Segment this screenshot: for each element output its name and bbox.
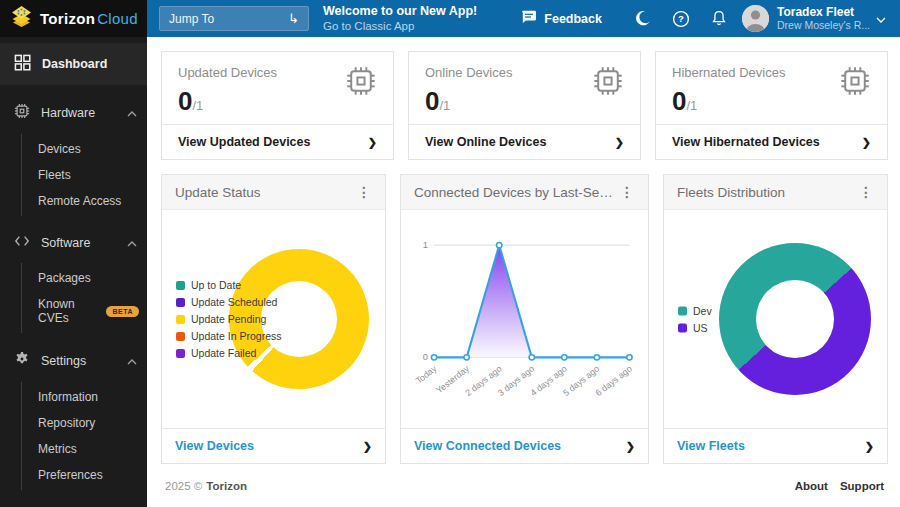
legend-item[interactable]: Dev bbox=[678, 305, 712, 317]
stat-value: 0 bbox=[178, 86, 192, 116]
torizon-cloud-app: TorizonCloud Jump To ↳ Welcome to our Ne… bbox=[0, 0, 900, 507]
feedback-icon bbox=[521, 10, 537, 27]
svg-text:6 days ago: 6 days ago bbox=[594, 363, 634, 398]
cpu-icon bbox=[839, 65, 871, 114]
svg-text:?: ? bbox=[678, 13, 684, 24]
online-devices-card: Online Devices 0/1 bbox=[408, 51, 641, 160]
main-content: Updated Devices 0/1 bbox=[147, 37, 900, 507]
chevron-right-icon: ❯ bbox=[368, 136, 377, 149]
sidebar-item-preferences[interactable]: Preferences bbox=[22, 462, 147, 488]
stat-value: 0 bbox=[425, 86, 439, 116]
view-hibernated-devices-link[interactable]: View Hibernated Devices ❯ bbox=[656, 124, 887, 159]
brand-torizon: Torizon bbox=[40, 10, 95, 27]
legend-label: Update In Progress bbox=[191, 330, 281, 342]
sidebar-item-remote-access[interactable]: Remote Access bbox=[22, 188, 147, 214]
sidebar-item-information[interactable]: Information bbox=[22, 384, 147, 410]
sidebar-item-repository[interactable]: Repository bbox=[22, 410, 147, 436]
legend-swatch bbox=[176, 332, 185, 341]
legend-label: Up to Date bbox=[191, 279, 241, 291]
account-menu[interactable]: Toradex Fleet Drew Moseley's R... bbox=[777, 5, 870, 32]
sidebar-section-hardware[interactable]: Hardware bbox=[0, 93, 147, 132]
sidebar-section-settings[interactable]: Settings bbox=[0, 341, 147, 380]
sidebar-section-software[interactable]: Software bbox=[0, 224, 147, 261]
notifications-bell-icon[interactable] bbox=[704, 10, 734, 27]
stat-total: /1 bbox=[686, 98, 697, 113]
chevron-right-icon: ❯ bbox=[862, 136, 871, 149]
sidebar-item-metrics[interactable]: Metrics bbox=[22, 436, 147, 462]
fleets-distribution-chart: DevUS bbox=[664, 210, 887, 428]
view-online-devices-link[interactable]: View Online Devices ❯ bbox=[409, 124, 640, 159]
jump-to-search[interactable]: Jump To ↳ bbox=[159, 6, 309, 31]
chart-legend: DevUS bbox=[678, 300, 712, 339]
kebab-menu-icon[interactable]: ⋮ bbox=[351, 184, 377, 200]
view-devices-link[interactable]: View Devices ❯ bbox=[162, 428, 385, 463]
chevron-down-icon[interactable] bbox=[876, 9, 886, 27]
legend-item[interactable]: Update Scheduled bbox=[176, 296, 281, 308]
torizon-logo-icon bbox=[10, 5, 33, 32]
kebab-menu-icon[interactable]: ⋮ bbox=[853, 184, 879, 200]
stat-value: 0 bbox=[672, 86, 686, 116]
help-icon[interactable]: ? bbox=[666, 10, 696, 28]
return-arrow-icon: ↳ bbox=[288, 12, 299, 25]
legend-item[interactable]: US bbox=[678, 322, 712, 334]
welcome-block: Welcome to our New App! Go to Classic Ap… bbox=[323, 4, 477, 34]
svg-text:Today: Today bbox=[414, 363, 439, 386]
legend-label: Dev bbox=[693, 305, 712, 317]
brand-logo[interactable]: TorizonCloud bbox=[0, 0, 147, 37]
hibernated-devices-card: Hibernated Devices 0/1 bbox=[655, 51, 888, 160]
legend-swatch bbox=[176, 281, 185, 290]
jump-to-label: Jump To bbox=[169, 12, 214, 26]
legend-label: Update Scheduled bbox=[191, 296, 277, 308]
brand-cloud: Cloud bbox=[97, 10, 138, 27]
legend-swatch bbox=[176, 298, 185, 307]
chart-title: Connected Devices by Last-Seen... bbox=[414, 185, 614, 200]
legend-item[interactable]: Update Failed bbox=[176, 347, 281, 359]
sidebar-section-label: Software bbox=[41, 236, 90, 250]
legend-item[interactable]: Update Pending bbox=[176, 313, 281, 325]
stat-total: /1 bbox=[439, 98, 450, 113]
stat-total: /1 bbox=[192, 98, 203, 113]
chevron-up-icon bbox=[127, 354, 137, 368]
software-subnav: Packages Known CVEs BETA bbox=[21, 263, 147, 333]
sidebar-item-dashboard[interactable]: Dashboard bbox=[0, 43, 147, 85]
chevron-up-icon bbox=[127, 236, 137, 250]
legend-item[interactable]: Update In Progress bbox=[176, 330, 281, 342]
legend-item[interactable]: Up to Date bbox=[176, 279, 281, 291]
stat-title: Hibernated Devices bbox=[672, 65, 785, 80]
page-footer: 2025 ©Torizon About Support bbox=[161, 464, 888, 492]
about-link[interactable]: About bbox=[795, 480, 828, 492]
copyright: 2025 ©Torizon bbox=[165, 480, 247, 492]
legend-label: Update Pending bbox=[191, 313, 266, 325]
code-icon bbox=[14, 234, 30, 251]
hardware-subnav: Devices Fleets Remote Access bbox=[21, 134, 147, 216]
feedback-button[interactable]: Feedback bbox=[521, 10, 602, 27]
fleets-donut bbox=[719, 243, 871, 395]
top-bar-main: Jump To ↳ Welcome to our New App! Go to … bbox=[147, 0, 900, 37]
legend-swatch bbox=[176, 315, 185, 324]
support-link[interactable]: Support bbox=[840, 480, 884, 492]
chart-title: Fleets Distribution bbox=[677, 185, 785, 200]
sidebar-item-fleets[interactable]: Fleets bbox=[22, 162, 147, 188]
sidebar-item-devices[interactable]: Devices bbox=[22, 136, 147, 162]
gear-icon bbox=[14, 351, 30, 370]
view-fleets-link[interactable]: View Fleets ❯ bbox=[664, 428, 887, 463]
go-to-classic-app-link[interactable]: Go to Classic App bbox=[323, 19, 477, 33]
user-avatar[interactable] bbox=[742, 5, 769, 32]
update-status-chart: Up to DateUpdate ScheduledUpdate Pending… bbox=[162, 210, 385, 428]
cpu-icon bbox=[345, 65, 377, 114]
view-updated-devices-link[interactable]: View Updated Devices ❯ bbox=[162, 124, 393, 159]
account-name: Toradex Fleet bbox=[777, 5, 870, 19]
chevron-right-icon: ❯ bbox=[615, 136, 624, 149]
sidebar-item-known-cves[interactable]: Known CVEs BETA bbox=[22, 291, 147, 331]
cpu-icon bbox=[14, 103, 30, 122]
legend-label: US bbox=[693, 322, 708, 334]
kebab-menu-icon[interactable]: ⋮ bbox=[614, 184, 640, 200]
cpu-icon bbox=[592, 65, 624, 114]
legend-label: Update Failed bbox=[191, 347, 256, 359]
sidebar-section-label: Hardware bbox=[41, 106, 95, 120]
dark-mode-moon-icon[interactable] bbox=[628, 10, 658, 27]
sidebar-item-packages[interactable]: Packages bbox=[22, 265, 147, 291]
updated-devices-card: Updated Devices 0/1 bbox=[161, 51, 394, 160]
view-connected-devices-link[interactable]: View Connected Devices ❯ bbox=[401, 428, 648, 463]
stat-title: Online Devices bbox=[425, 65, 512, 80]
